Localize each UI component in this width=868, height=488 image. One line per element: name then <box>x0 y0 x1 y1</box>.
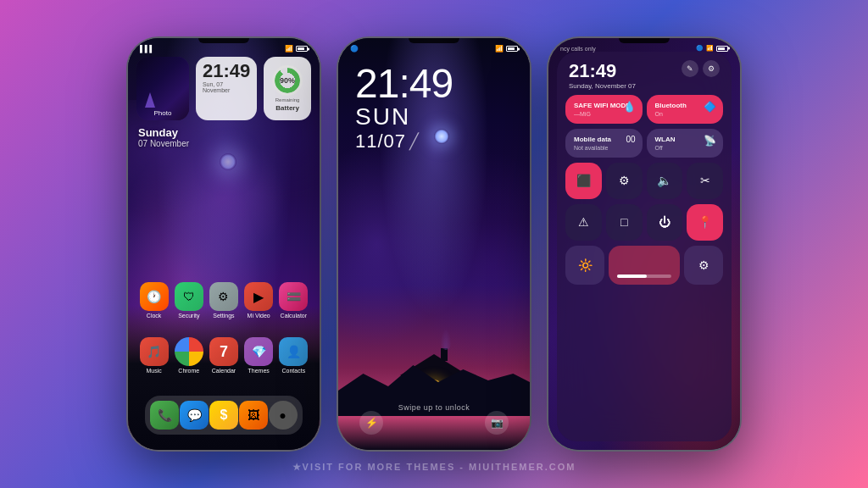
lock-status-bar: 🔵 📶 <box>338 38 530 56</box>
mivideo-label: Mi Video <box>248 313 270 319</box>
cc-brightness-icon: 🔆 <box>578 258 593 272</box>
contacts-label: Contacts <box>282 368 306 374</box>
app-themes[interactable]: 💎 Themes <box>242 337 275 374</box>
status-right: 📶 <box>285 45 308 53</box>
app-clock[interactable]: 🕐 Clock <box>138 282 170 319</box>
calculator-label: Calculator <box>281 313 308 319</box>
settings-label: Settings <box>213 313 234 319</box>
cc-wifi-tile[interactable]: 💧 SAFE WIFI MODE —MiG <box>565 95 643 124</box>
cc-status-right: 🔵 📶 <box>696 45 728 52</box>
cc-small-warning-icon[interactable]: ⚠ <box>565 204 602 241</box>
app-music[interactable]: 🎵 Music <box>138 337 170 374</box>
clouds-element <box>128 100 320 264</box>
photo-widget-label: Photo <box>154 109 172 117</box>
cc-time-area: 21:49 Sunday, November 07 <box>569 60 636 90</box>
messages-icon: 💬 <box>180 401 209 430</box>
app-mivideo[interactable]: ▶ Mi Video <box>242 282 275 319</box>
battery-circle: 90% <box>272 65 303 96</box>
cc-small-row1: ⬛ ⚙ 🔈 ✂ <box>565 163 723 199</box>
app-calendar[interactable]: 7 Calendar <box>208 337 240 374</box>
security-label: Security <box>178 313 199 319</box>
dock-camera[interactable]: ● <box>268 401 298 430</box>
photo-widget[interactable]: Photo <box>136 57 189 120</box>
cc-bluetooth-icon-tile: 🔷 <box>704 101 716 113</box>
bluetooth-status-icon: 🔵 <box>350 45 359 53</box>
date-widget: Sunday 07 November <box>136 126 311 148</box>
lock-status-right: 📶 <box>495 45 518 53</box>
lock-time: 21:49 <box>355 64 453 104</box>
chrome-icon <box>175 337 203 366</box>
cc-brightness-tile[interactable]: 🔆 <box>565 246 604 285</box>
battery-remaining-text: Remaining <box>275 97 300 103</box>
dock: 📞 💬 $ 🖼 ● <box>145 396 303 435</box>
cc-small-scissors-icon[interactable]: ✂ <box>687 163 723 199</box>
cc-small-sound-icon[interactable]: 🔈 <box>647 163 683 199</box>
dock-phone[interactable]: 📞 <box>150 401 180 430</box>
app-row-1: 🕐 Clock 🛡 Security ⚙ Settings ▶ Mi Video… <box>136 282 311 319</box>
cc-small-square-icon[interactable]: □ <box>606 204 643 241</box>
battery-percent: 90% <box>280 76 295 85</box>
app-chrome[interactable]: Chrome <box>173 337 205 374</box>
wifi-icon: 📶 <box>285 45 293 53</box>
cc-date: Sunday, November 07 <box>569 82 636 90</box>
battery-icon <box>296 46 308 52</box>
media-progress-fill <box>617 274 647 278</box>
lock-flashlight-icon[interactable]: ⚡ <box>359 411 383 435</box>
cc-tiles-second: 00 Mobile data Not available 📡 WLAN Off <box>565 129 723 158</box>
calendar-label: Calendar <box>212 368 236 374</box>
lock-camera-icon[interactable]: 📷 <box>485 411 509 435</box>
security-icon: 🛡 <box>175 282 203 311</box>
cc-small-screen-icon[interactable]: ⬛ <box>565 163 602 199</box>
datetime-widget[interactable]: 21:49 Sun, 07 November <box>196 57 257 120</box>
cc-wlan-icon: 📡 <box>704 135 716 147</box>
dock-wallet[interactable]: $ <box>209 401 239 430</box>
status-left: ▌▌▌ <box>140 45 154 53</box>
cc-bluetooth-tile[interactable]: 🔷 Bluetooth On <box>647 95 724 124</box>
app-calculator[interactable]: 🟰 Calculator <box>277 282 309 319</box>
cc-status-text: ncy calls only <box>560 46 596 52</box>
cc-small-settings-icon[interactable]: ⚙ <box>606 163 643 199</box>
phone-icon: 📞 <box>150 401 179 430</box>
watermark: ★VISIT FOR MORE THEMES - MIUITHEMER.COM <box>292 462 576 473</box>
settings-icon: ⚙ <box>209 282 238 311</box>
cc-settings-icon[interactable]: ⚙ <box>703 60 720 77</box>
dock-messages[interactable]: 💬 <box>180 401 209 430</box>
app-security[interactable]: 🛡 Security <box>173 282 205 319</box>
cc-status-bar: ncy calls only 🔵 📶 <box>548 38 740 55</box>
cc-mobile-title: Mobile data <box>574 136 634 143</box>
app-contacts[interactable]: 👤 Contacts <box>277 337 309 374</box>
phone-homescreen: ▌▌▌ 📶 Photo 21:49 Sun, 07 November <box>126 36 321 452</box>
gallery-icon: 🖼 <box>239 401 268 430</box>
widget-area: Photo 21:49 Sun, 07 November 90% Remaini… <box>136 57 311 120</box>
cc-small-location-icon[interactable]: 📍 <box>687 204 723 241</box>
phone-controlcenter: ncy calls only 🔵 📶 21:49 Sunday, Novembe… <box>547 36 742 452</box>
phone-lockscreen: 🔵 📶 21:49 SUN 11/07 ╱ <box>337 36 531 452</box>
app-settings[interactable]: ⚙ Settings <box>208 282 240 319</box>
themes-label: Themes <box>248 368 270 374</box>
battery-widget[interactable]: 90% Remaining Battery <box>264 57 311 120</box>
calculator-icon: 🟰 <box>279 282 308 311</box>
lock-day: SUN <box>355 104 453 130</box>
calendar-icon: 7 <box>209 337 238 366</box>
cc-media-tile[interactable] <box>609 246 680 285</box>
lock-battery-icon <box>506 46 518 52</box>
smoke-effect <box>439 324 453 350</box>
lock-date: 11/07 ╱ <box>355 130 453 152</box>
cc-status-left: ncy calls only <box>560 46 596 52</box>
widget-date: Sun, 07 November <box>203 81 250 93</box>
control-panel: 21:49 Sunday, November 07 ✎ ⚙ 💧 SAFE WIF… <box>557 52 732 441</box>
chrome-label: Chrome <box>178 368 199 374</box>
cc-bottom-row: 🔆 ⚙ <box>565 246 723 285</box>
cc-small-power-icon[interactable]: ⏻ <box>647 204 683 241</box>
cc-wlan-tile[interactable]: 📡 WLAN Off <box>647 129 724 158</box>
cc-edit-icon[interactable]: ✎ <box>682 60 698 77</box>
music-icon: 🎵 <box>140 337 169 366</box>
cc-mobile-data-tile[interactable]: 00 Mobile data Not available <box>565 129 643 158</box>
lock-wifi-icon: 📶 <box>495 45 504 53</box>
cc-settings-tile[interactable]: ⚙ <box>684 246 723 285</box>
day-label: Sunday <box>138 126 311 139</box>
wallet-icon: $ <box>209 401 238 430</box>
dock-gallery[interactable]: 🖼 <box>238 401 268 430</box>
signal-icon: ▌▌▌ <box>140 45 154 53</box>
cc-time: 21:49 <box>569 60 636 82</box>
